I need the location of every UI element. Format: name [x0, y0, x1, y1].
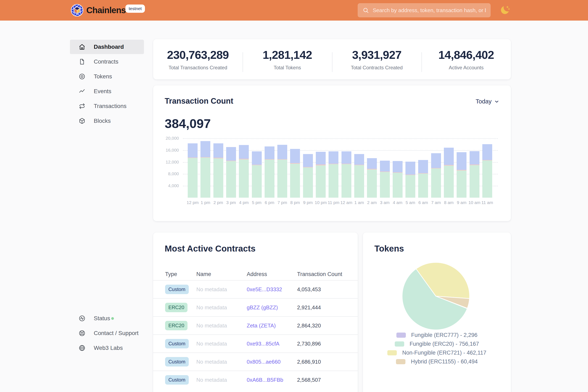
segment-bottom: [252, 165, 262, 198]
cell-type: Custom: [165, 357, 196, 366]
stats-card: 230,763,289Total Transactions Created1,2…: [153, 39, 511, 80]
bar-chart-y-axis: 4,0008,00012,00016,00020,000: [156, 138, 179, 198]
status-icon: [78, 315, 85, 322]
segment-bottom: [418, 174, 428, 198]
tokens-title: Tokens: [374, 244, 404, 254]
sidebar-item-contracts[interactable]: Contracts: [70, 54, 144, 69]
cell-transaction-count: 2,730,896: [297, 340, 350, 347]
stat-divider: [422, 52, 422, 72]
bar-4-pm: [239, 145, 249, 198]
segment-top: [342, 151, 351, 164]
type-badge-custom: Custom: [165, 357, 189, 366]
segment-top: [226, 147, 236, 160]
segment-bottom: [303, 168, 313, 198]
sidebar-footer-nav: StatusContact / SupportWeb3 Labs: [70, 311, 144, 356]
segment-bottom: [329, 164, 338, 198]
transaction-count-card: Transaction Count Today 384,097 4,0008,0…: [153, 85, 511, 221]
sidebar-item-label: Tokens: [94, 73, 112, 80]
sidebar-item-blocks[interactable]: Blocks: [70, 114, 144, 128]
time-range-dropdown[interactable]: Today: [476, 98, 499, 105]
segment-top: [277, 145, 287, 159]
theme-toggle-button[interactable]: [499, 4, 511, 16]
bar-5-pm: [252, 151, 262, 198]
app-header: Chainlens testnet: [0, 0, 588, 20]
bar-6-pm: [265, 146, 274, 198]
home-icon: [78, 44, 85, 50]
transaction-count-total: 384,097: [165, 116, 211, 131]
segment-bottom: [354, 165, 364, 198]
segment-top: [444, 148, 454, 165]
search-input[interactable]: [373, 7, 486, 14]
bar-9-am: [457, 152, 467, 198]
stat-label: Total Contracts Created: [351, 65, 403, 70]
support-icon: [78, 330, 85, 337]
cell-transaction-count: 2,568,507: [297, 377, 350, 383]
segment-bottom: [482, 160, 492, 198]
sidebar-item-dashboard[interactable]: Dashboard: [70, 40, 144, 54]
segment-top: [188, 143, 198, 158]
segment-top: [303, 154, 313, 167]
sidebar-item-status[interactable]: Status: [70, 311, 144, 326]
legend-item-fungible-erc777: Fungible (ERC777) - 2,296: [363, 331, 511, 340]
bar-8-am: [444, 148, 454, 198]
cell-name: No metadata: [196, 286, 247, 293]
token-icon: [78, 73, 85, 80]
legend-swatch: [396, 332, 406, 338]
sidebar-item-label: Status: [94, 315, 110, 322]
bar-3-pm: [226, 147, 236, 198]
status-online-dot: [111, 317, 114, 320]
tokens-pie-chart: [401, 261, 471, 331]
segment-bottom: [380, 172, 390, 198]
sidebar-item-label: Contact / Support: [94, 330, 139, 336]
segment-top: [482, 144, 492, 160]
cell-transaction-count: 4,053,453: [297, 286, 350, 293]
segment-top: [380, 161, 390, 172]
chainlens-logo[interactable]: [71, 4, 83, 16]
time-range-label: Today: [476, 98, 492, 105]
contract-address-link[interactable]: Zeta (ZETA): [247, 322, 297, 329]
legend-swatch: [396, 359, 405, 364]
segment-bottom: [200, 158, 210, 198]
bar-7-pm: [277, 145, 287, 198]
segment-bottom: [457, 170, 467, 198]
segment-top: [213, 143, 223, 158]
segment-top: [200, 141, 210, 157]
tokens-pie-legend: Fungible (ERC777) - 2,296Fungible (ERC20…: [363, 331, 511, 366]
table-row: CustomNo metadata0xA6B...B5FBb2,568,507: [153, 370, 358, 389]
contract-address-link[interactable]: 0x805...ae660: [247, 359, 297, 365]
stat-active-accounts: 14,846,402Active Accounts: [422, 39, 511, 80]
cell-type: Custom: [165, 339, 196, 348]
contract-icon: [78, 58, 85, 65]
bar-10-pm: [316, 152, 326, 198]
y-tick-label: 12,000: [156, 159, 179, 165]
segment-top: [457, 152, 467, 170]
bar-3-am: [380, 161, 390, 198]
cell-type: ERC20: [165, 303, 196, 312]
sidebar-item-events[interactable]: Events: [70, 84, 144, 98]
search-icon: [362, 7, 369, 14]
column-header-transaction-count: Transaction Count: [297, 271, 350, 278]
contract-address-link[interactable]: 0xA6B...B5FBb: [247, 377, 297, 383]
segment-top: [316, 152, 326, 164]
stat-total-transactions-created: 230,763,289Total Transactions Created: [153, 39, 243, 80]
global-search: [358, 3, 491, 17]
type-badge-custom: Custom: [165, 339, 189, 348]
gridline-20000: [183, 138, 498, 139]
sidebar-item-tokens[interactable]: Tokens: [70, 69, 144, 84]
contract-address-link[interactable]: gBZZ (gBZZ): [247, 304, 297, 311]
column-header-name: Name: [196, 271, 247, 278]
segment-bottom: [316, 165, 326, 198]
bar-5-am: [405, 162, 415, 198]
bar-6-am: [418, 160, 428, 198]
cell-transaction-count: 2,864,320: [297, 322, 350, 329]
bar-7-am: [431, 153, 441, 198]
contract-address-link[interactable]: 0xe5E...D3332: [247, 286, 297, 293]
sidebar-item-web3-labs[interactable]: Web3 Labs: [70, 341, 144, 355]
type-badge-custom: Custom: [165, 285, 189, 294]
segment-bottom: [367, 170, 377, 198]
segment-top: [290, 149, 300, 163]
stat-label: Total Transactions Created: [169, 65, 227, 70]
sidebar-item-transactions[interactable]: Transactions: [70, 99, 144, 113]
sidebar-item-contact-support[interactable]: Contact / Support: [70, 326, 144, 340]
contract-address-link[interactable]: 0xe93...85cfA: [247, 340, 297, 347]
